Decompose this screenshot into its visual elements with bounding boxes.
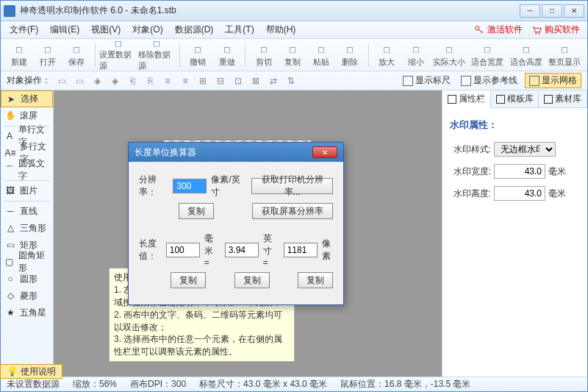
menu-help[interactable]: 帮助(H) <box>260 22 302 38</box>
unit-label: 毫米 <box>548 188 566 200</box>
tb-undo[interactable]: ◻撤销 <box>184 40 212 70</box>
menu-object[interactable]: 对象(O) <box>126 22 168 38</box>
opt-icon[interactable]: ▭ <box>73 74 86 88</box>
tool-arctext[interactable]: ⌒圆弧文字 <box>1 162 53 179</box>
toggle-guides[interactable]: 显示参考线 <box>458 74 520 87</box>
copy-mm-button[interactable]: 复制 <box>171 272 206 288</box>
opt-icon[interactable]: ▭ <box>55 74 68 88</box>
tool-select[interactable]: ➤选择 <box>1 90 53 107</box>
menu-tools[interactable]: 工具(T) <box>219 22 259 38</box>
opt-icon[interactable]: ≡ <box>161 74 174 88</box>
toggle-grid[interactable]: 显示网格 <box>525 73 581 88</box>
opt-icon[interactable]: ⎘ <box>143 74 157 88</box>
tb-actual[interactable]: ◻实际大小 <box>431 40 467 70</box>
tb-datasource[interactable]: ◻设置数据源 <box>99 40 136 70</box>
activate-link[interactable]: 激活软件 <box>470 24 527 36</box>
paste-icon: ◻ <box>315 43 328 56</box>
opt-icon[interactable]: ⎗ <box>126 74 139 88</box>
removeds-icon: ◻ <box>150 38 163 49</box>
inch-input[interactable] <box>225 243 259 257</box>
undo-icon: ◻ <box>191 43 204 56</box>
opt-icon[interactable]: ⇄ <box>267 74 280 88</box>
cut-icon: ◻ <box>257 43 270 56</box>
menu-datasource[interactable]: 数据源(D) <box>169 22 220 38</box>
px-input[interactable] <box>284 243 318 257</box>
hint-line: 2. 画布中的文字、条码、二维码等元素均可以双击修改； <box>114 309 290 334</box>
tool-image[interactable]: 🖼图片 <box>1 182 53 199</box>
dialog-close-button[interactable]: ✕ <box>312 146 337 158</box>
tpl-icon <box>496 95 505 104</box>
menu-view[interactable]: 视图(V) <box>85 22 126 38</box>
dlg-unit: 毫米 = <box>204 232 220 268</box>
tb-redo[interactable]: ◻重做 <box>213 40 240 70</box>
opt-icon[interactable]: ⊠ <box>249 74 262 88</box>
watermark-style-select[interactable]: 无边框水印 <box>494 142 556 157</box>
tb-zoomin[interactable]: ◻放大 <box>373 40 401 70</box>
open-icon: ◻ <box>41 43 54 56</box>
hint-tab[interactable]: 💡 使用说明 <box>0 364 62 379</box>
resolution-input[interactable] <box>173 179 207 193</box>
tool-triangle[interactable]: △三角形 <box>1 220 53 237</box>
watermark-height-input[interactable] <box>494 186 545 201</box>
copy-inch-button[interactable]: 复制 <box>234 272 270 288</box>
tb-zoomout[interactable]: ◻缩小 <box>402 40 429 70</box>
status-dpi: 画布DPI：300 <box>130 378 186 391</box>
watermark-width-input[interactable] <box>494 164 545 179</box>
get-printer-res-button[interactable]: 获取打印机分辨率... <box>251 178 333 194</box>
tb-removeds[interactable]: ◻移除数据源 <box>138 40 175 70</box>
menu-file[interactable]: 文件(F) <box>4 22 44 38</box>
tool-pan[interactable]: ✋滚屏 <box>1 107 53 124</box>
unit-label: 毫米 <box>548 165 566 178</box>
tool-circle[interactable]: ○圆形 <box>1 271 53 288</box>
opt-icon[interactable]: ≡ <box>179 74 192 88</box>
mm-input[interactable] <box>166 243 200 257</box>
tb-copy[interactable]: ◻复制 <box>279 40 306 70</box>
minimize-button[interactable]: ─ <box>520 4 540 18</box>
maximize-button[interactable]: □ <box>542 4 562 18</box>
dlg-label: 长度值： <box>139 238 162 263</box>
opt-icon[interactable]: ⊡ <box>232 74 245 88</box>
tab-properties[interactable]: 属性栏 <box>442 90 491 108</box>
tb-fitw[interactable]: ◻适合宽度 <box>469 40 506 70</box>
tb-save[interactable]: ◻保存 <box>62 40 90 70</box>
right-panel: 属性栏 模板库 素材库 水印属性： 水印样式: 无边框水印 水印宽度: 毫米 水… <box>442 90 587 377</box>
opt-icon[interactable]: ⊟ <box>214 74 227 88</box>
tb-new[interactable]: ◻新建 <box>5 40 32 70</box>
svg-point-2 <box>539 32 540 34</box>
tab-assets[interactable]: 素材库 <box>539 90 587 107</box>
app-icon <box>4 5 15 17</box>
tb-fitpage[interactable]: ◻整页显示 <box>546 40 583 70</box>
menu-edit[interactable]: 编辑(E) <box>44 22 85 38</box>
circle-icon: ○ <box>5 274 15 284</box>
tool-line[interactable]: ─直线 <box>1 203 53 220</box>
opt-icon[interactable]: ⊞ <box>196 74 209 88</box>
redo-icon: ◻ <box>220 43 234 56</box>
opt-icon[interactable]: ⇅ <box>284 74 298 88</box>
bulb-icon: 💡 <box>7 366 18 377</box>
copy-res-button[interactable]: 复制 <box>179 203 214 219</box>
roundrect-icon: ▢ <box>5 257 14 267</box>
opt-label: 对象操作： <box>7 74 51 87</box>
close-button[interactable]: ✕ <box>564 4 584 18</box>
diamond-icon: ◇ <box>5 291 15 301</box>
get-screen-res-button[interactable]: 获取屏幕分辨率 <box>252 203 333 219</box>
new-icon: ◻ <box>12 43 26 56</box>
dialog-titlebar[interactable]: 长度单位换算器 ✕ <box>129 143 343 162</box>
tb-delete[interactable]: ◻删除 <box>337 40 364 70</box>
tb-open[interactable]: ◻打开 <box>34 40 61 70</box>
tool-roundrect[interactable]: ▢圆角矩形 <box>1 254 53 271</box>
toggle-ruler[interactable]: 显示标尺 <box>400 74 453 87</box>
copy-px-button[interactable]: 复制 <box>298 272 333 288</box>
tool-star[interactable]: ★五角星 <box>1 304 53 321</box>
status-size: 标签尺寸：43.0 毫米 x 43.0 毫米 <box>199 378 327 391</box>
tb-fith[interactable]: ◻适合高度 <box>508 40 545 70</box>
status-zoom: 缩放：56% <box>73 378 117 391</box>
tool-diamond[interactable]: ◇菱形 <box>1 288 53 304</box>
tab-templates[interactable]: 模板库 <box>491 90 539 107</box>
buy-link[interactable]: 购买软件 <box>527 24 584 36</box>
tb-cut[interactable]: ◻剪切 <box>250 40 277 70</box>
tb-paste[interactable]: ◻粘贴 <box>307 40 334 70</box>
key-icon <box>474 25 484 35</box>
opt-icon[interactable]: ◈ <box>108 74 121 88</box>
opt-icon[interactable]: ◈ <box>90 74 104 88</box>
